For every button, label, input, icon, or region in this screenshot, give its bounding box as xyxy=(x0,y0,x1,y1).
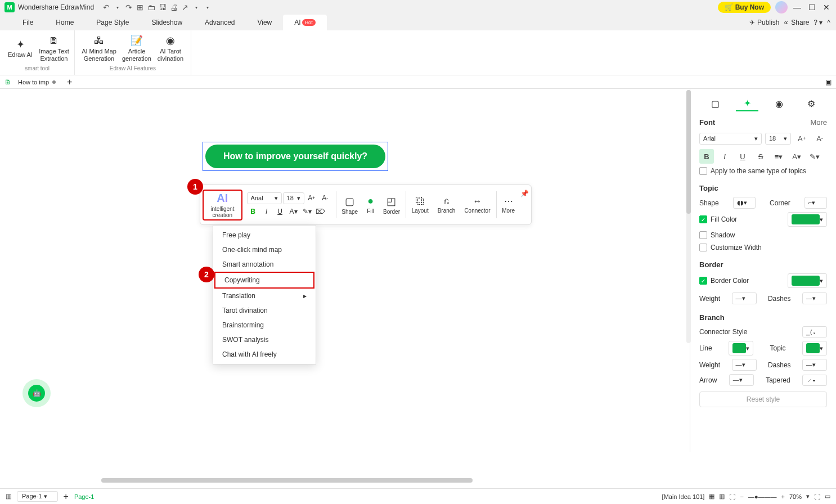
bold-icon[interactable]: B xyxy=(247,205,259,218)
more-button[interactable]: ⋯More xyxy=(498,196,518,214)
clear-format-icon[interactable]: ⌦ xyxy=(314,205,327,218)
menu-ai[interactable]: AIHot xyxy=(283,15,326,30)
ctx-one-click-mindmap[interactable]: One-click mind map xyxy=(213,242,316,257)
close-icon[interactable]: ✕ xyxy=(821,2,831,12)
ctx-free-play[interactable]: Free play xyxy=(213,228,316,242)
user-avatar[interactable] xyxy=(775,1,788,14)
edraw-ai-button[interactable]: ✦Edraw AI xyxy=(5,33,36,65)
menu-slideshow[interactable]: Slideshow xyxy=(140,15,194,30)
font-select[interactable]: Arial▾ xyxy=(247,192,282,204)
zoom-in-icon[interactable]: + xyxy=(781,493,785,500)
pin-icon[interactable]: 📌 xyxy=(520,187,529,200)
print-icon[interactable]: 🖨 xyxy=(169,3,178,12)
align-button[interactable]: ≡▾ xyxy=(771,149,786,164)
share-button[interactable]: ∝ Share xyxy=(784,19,809,26)
ctx-copywriting[interactable]: Copywriting xyxy=(214,272,314,289)
panel-tab-theme[interactable]: ◉ xyxy=(768,96,790,111)
save-icon[interactable]: 🖫 xyxy=(158,3,167,12)
increase-font-icon[interactable]: A+ xyxy=(305,192,318,204)
menu-page-style[interactable]: Page Style xyxy=(85,15,140,30)
font-color-button[interactable]: A▾ xyxy=(789,149,804,164)
panel-toggle-icon[interactable]: ▣ xyxy=(825,78,836,86)
ctx-smart-annotation[interactable]: Smart annotation xyxy=(213,257,316,272)
zoom-dropdown[interactable]: ▾ xyxy=(806,493,810,500)
redo-icon[interactable]: ↷ xyxy=(124,3,133,12)
font-size-select[interactable]: 18▾ xyxy=(765,133,791,145)
add-page-button[interactable]: + xyxy=(64,492,69,502)
decrease-font-icon[interactable]: A- xyxy=(812,131,827,146)
border-color-checkbox[interactable]: ✓ xyxy=(699,277,707,285)
ai-mindmap-button[interactable]: 🖧AI Mind Map Generation xyxy=(79,33,119,65)
tapered-select[interactable]: ⟋▾ xyxy=(802,375,827,386)
page-select[interactable]: Page-1 ▾ xyxy=(17,491,58,502)
article-generation-button[interactable]: 📝Article generation xyxy=(121,33,152,65)
branch-dashes-select[interactable]: —▾ xyxy=(802,359,827,371)
shadow-checkbox[interactable] xyxy=(699,231,707,239)
ctx-swot[interactable]: SWOT analysis xyxy=(213,332,316,347)
central-topic-node[interactable]: How to improve yourself quickly? xyxy=(203,142,388,171)
scroll-thumb[interactable] xyxy=(101,478,473,483)
document-tab[interactable]: How to imp xyxy=(14,78,60,87)
menu-view[interactable]: View xyxy=(246,15,283,30)
undo-icon[interactable]: ↶ xyxy=(102,3,111,12)
reset-style-button[interactable]: Reset style xyxy=(699,392,827,407)
fill-button[interactable]: ●Fill xyxy=(363,195,377,214)
scroll-thumb[interactable] xyxy=(686,90,691,214)
strike-button[interactable]: S xyxy=(753,149,768,164)
border-weight-select[interactable]: —▾ xyxy=(732,292,757,304)
qat-more[interactable]: ▾ xyxy=(203,3,212,12)
underline-icon[interactable]: U xyxy=(274,205,286,218)
italic-button[interactable]: I xyxy=(717,149,732,164)
present-icon[interactable]: ▭ xyxy=(825,493,830,500)
ctx-chat-ai[interactable]: Chat with AI freely xyxy=(213,347,316,362)
highlight-button[interactable]: ✎▾ xyxy=(807,149,822,164)
help-button[interactable]: ? ▾ xyxy=(813,19,822,26)
custom-width-checkbox[interactable] xyxy=(699,244,707,251)
menu-advanced[interactable]: Advanced xyxy=(194,15,246,30)
collapse-ribbon-icon[interactable]: ^ xyxy=(827,19,830,26)
view-icon-1[interactable]: ▦ xyxy=(709,493,714,500)
publish-button[interactable]: ✈ Publish xyxy=(749,19,779,26)
fullscreen-icon[interactable]: ⛶ xyxy=(814,493,820,500)
export-dropdown[interactable]: ▾ xyxy=(192,3,201,12)
outline-toggle-icon[interactable]: ▥ xyxy=(6,493,11,500)
ctx-translation[interactable]: Translation▸ xyxy=(213,289,316,303)
canvas[interactable]: How to improve yourself quickly? 1 AI in… xyxy=(0,89,690,452)
ctx-brainstorming[interactable]: Brainstorming xyxy=(213,318,316,332)
connector-style-select[interactable]: ⎯(▾ xyxy=(802,326,827,338)
border-dashes-select[interactable]: —▾ xyxy=(802,292,827,304)
topic-color-select[interactable]: ▾ xyxy=(802,341,827,356)
ctx-tarot[interactable]: Tarot divination xyxy=(213,303,316,318)
font-color-icon[interactable]: A▾ xyxy=(287,205,300,218)
size-select[interactable]: 18▾ xyxy=(283,192,304,204)
zoom-slider[interactable]: —●——— xyxy=(748,493,777,500)
vertical-scrollbar[interactable] xyxy=(686,90,691,343)
fit-page-icon[interactable]: ⛶ xyxy=(729,493,735,500)
ai-intelligent-creation-button[interactable]: AI intelligent creation xyxy=(203,190,242,220)
corner-select[interactable]: ⌐▾ xyxy=(804,197,827,209)
zoom-out-icon[interactable]: − xyxy=(740,493,743,500)
font-family-select[interactable]: Arial▾ xyxy=(699,133,762,145)
decrease-font-icon[interactable]: A- xyxy=(319,192,331,204)
panel-tab-settings[interactable]: ⚙ xyxy=(800,96,822,111)
panel-tab-style[interactable]: ✦ xyxy=(736,96,758,111)
fill-color-checkbox[interactable]: ✓ xyxy=(699,215,707,223)
export-icon[interactable]: ↗ xyxy=(181,3,190,12)
italic-icon[interactable]: I xyxy=(260,205,273,218)
bold-button[interactable]: B xyxy=(699,149,714,164)
view-icon-2[interactable]: ▥ xyxy=(719,493,725,500)
minimize-icon[interactable]: — xyxy=(792,2,802,12)
shape-select[interactable]: ◖◗▾ xyxy=(733,197,756,209)
fill-color-select[interactable]: ▾ xyxy=(788,212,827,227)
branch-weight-select[interactable]: —▾ xyxy=(732,359,757,371)
open-icon[interactable]: 🗀 xyxy=(147,3,156,12)
undo-dropdown[interactable]: ▾ xyxy=(113,3,122,12)
branch-button[interactable]: ⎌Branch xyxy=(434,196,459,214)
maximize-icon[interactable]: ☐ xyxy=(807,2,817,12)
horizontal-scrollbar[interactable] xyxy=(101,478,473,483)
menu-file[interactable]: File xyxy=(11,15,44,30)
line-color-select[interactable]: ▾ xyxy=(729,341,753,356)
ai-tarot-button[interactable]: ◉AI Tarot divination xyxy=(155,33,186,65)
increase-font-icon[interactable]: A+ xyxy=(794,131,809,146)
page-tab[interactable]: Page-1 xyxy=(74,493,94,500)
